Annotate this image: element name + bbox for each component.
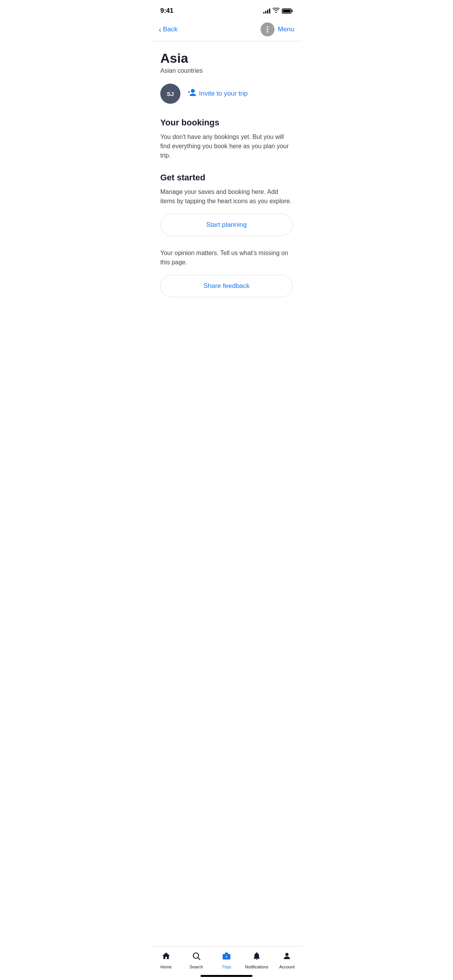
back-label: Back xyxy=(163,26,178,33)
menu-button[interactable]: Menu xyxy=(261,22,294,36)
navigation-bar: ‹ Back Menu xyxy=(151,19,302,41)
menu-dots-icon xyxy=(267,26,268,33)
wifi-icon xyxy=(273,8,280,14)
back-button[interactable]: ‹ Back xyxy=(159,26,177,33)
invite-label: Invite to your trip xyxy=(199,90,248,98)
member-avatar: SJ xyxy=(160,84,180,104)
start-planning-button[interactable]: Start planning xyxy=(160,214,293,236)
invite-button[interactable]: Invite to your trip xyxy=(187,89,248,99)
bookings-section: Your bookings You don't have any booking… xyxy=(160,118,293,160)
main-content: Asia Asian countries SJ Invite to your t… xyxy=(151,41,302,356)
status-time: 9:41 xyxy=(160,7,173,15)
status-bar: 9:41 xyxy=(151,0,302,19)
menu-label: Menu xyxy=(278,26,294,33)
menu-avatar xyxy=(261,22,275,36)
add-person-icon xyxy=(187,89,196,99)
share-feedback-button[interactable]: Share feedback xyxy=(160,275,293,297)
back-chevron-icon: ‹ xyxy=(159,26,161,33)
bookings-title: Your bookings xyxy=(160,118,293,128)
signal-icon xyxy=(263,8,270,14)
get-started-section: Get started Manage your saves and bookin… xyxy=(160,173,293,236)
page-subtitle: Asian countries xyxy=(160,67,293,74)
feedback-section: Your opinion matters. Tell us what's mis… xyxy=(160,248,293,297)
battery-icon xyxy=(282,9,293,14)
status-icons xyxy=(263,8,293,14)
members-section: SJ Invite to your trip xyxy=(160,84,293,104)
feedback-description: Your opinion matters. Tell us what's mis… xyxy=(160,248,293,267)
get-started-description: Manage your saves and booking here. Add … xyxy=(160,187,293,206)
get-started-title: Get started xyxy=(160,173,293,183)
page-title: Asia xyxy=(160,51,293,66)
bookings-empty-text: You don't have any bookings yet. But you… xyxy=(160,132,293,160)
